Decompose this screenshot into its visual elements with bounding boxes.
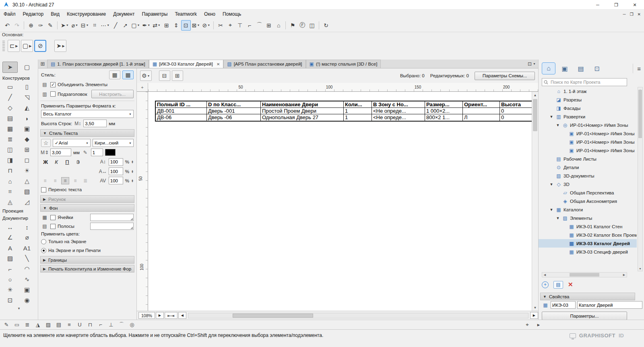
tree-item[interactable]: ▦ИКЭ-02 Каталог Всех Проем <box>539 231 637 239</box>
view-settings-icon[interactable]: ▤ <box>553 281 563 289</box>
selection-arrow-icon[interactable]: ➤▼ <box>60 20 70 31</box>
snap-guides-icon[interactable]: ◎ <box>127 321 137 329</box>
zoom-value-button[interactable]: 108% <box>138 312 155 319</box>
horizontal-ruler[interactable]: 50100150200 <box>148 83 538 92</box>
document-tab[interactable]: ▧[AP5 План расстановки дверей] <box>223 60 305 68</box>
tree-scroll-thumb[interactable] <box>638 90 642 138</box>
split-icon[interactable]: ✂ <box>216 20 225 31</box>
tracking-input[interactable] <box>109 177 123 184</box>
scroll-down-icon[interactable]: ▼ <box>638 266 642 271</box>
table-preview-icon[interactable]: ▦ <box>109 70 120 79</box>
tree-item[interactable]: ▱Общая Перспектива <box>539 188 637 197</box>
line-tool[interactable]: ╲ <box>19 253 35 264</box>
circle-tool[interactable]: ○ <box>2 274 18 285</box>
search-input[interactable] <box>550 79 625 85</box>
merge-elements-checkbox[interactable]: ✓ <box>50 82 56 87</box>
tree-item[interactable]: ▼▦Каталоги <box>539 205 637 214</box>
scroll-left-icon[interactable]: ◀ <box>178 312 186 319</box>
tree-horizontal-scrollbar[interactable]: ◀ ▶ <box>542 272 627 277</box>
tree-hscroll-thumb[interactable] <box>570 273 599 277</box>
table-layout-icon[interactable]: ▦ <box>122 70 134 79</box>
undo-icon[interactable]: ↶ <box>2 20 12 31</box>
menu-item[interactable]: Окно <box>200 10 219 19</box>
column-header[interactable]: D по Класс... <box>207 101 261 108</box>
fill-tool[interactable]: ▨ <box>2 253 18 264</box>
cells-color-field[interactable] <box>90 214 134 221</box>
column-tool[interactable]: ▯ <box>19 82 35 92</box>
background-section-header[interactable]: ▼ Фон <box>40 204 134 212</box>
scroll-left-icon[interactable]: ◀ <box>542 273 547 277</box>
dimension-tool[interactable]: ↔ <box>2 222 18 232</box>
row-height-input[interactable] <box>83 120 107 127</box>
pen-number-input[interactable] <box>91 149 103 156</box>
vertical-scroll-thumb[interactable] <box>533 99 537 131</box>
column-header[interactable]: Коли... <box>344 101 372 108</box>
grid-element-tool[interactable]: ⌗ <box>2 186 18 197</box>
stripes-checkbox[interactable] <box>50 224 56 229</box>
chevron-down-icon[interactable]: ▼ <box>549 115 554 119</box>
zone-tool[interactable]: ◇ <box>2 103 18 113</box>
tab-menu-caret-icon[interactable]: ▼ <box>533 62 536 65</box>
spinner-arrows-icon[interactable]: ▲▼ <box>131 179 134 182</box>
measure-icon[interactable]: ⌀▼ <box>70 20 80 31</box>
scroll-down-icon[interactable]: ▼ <box>532 304 538 311</box>
graphisoft-id-icon[interactable] <box>570 333 576 338</box>
tree-item[interactable]: ▧3D-документы <box>539 171 637 180</box>
merge-cells-icon[interactable]: ⊞ <box>172 70 183 81</box>
guide-segment-icon[interactable]: ➚ <box>120 20 130 31</box>
tree-item[interactable]: ◪Разрезы <box>539 95 637 104</box>
table-cell[interactable]: 0 <box>500 108 532 114</box>
delete-item-icon[interactable]: ✕ <box>568 281 573 288</box>
script-select[interactable]: Кири...ский ▼ <box>93 139 134 147</box>
tree-item[interactable]: ▣ИР-01<Номер> #Имя Зоны <box>539 146 637 155</box>
layers-icon[interactable]: ≣ <box>23 321 32 329</box>
configure-button[interactable]: Настроить... <box>91 90 134 98</box>
vertical-ruler[interactable]: 50100 <box>137 92 148 311</box>
project-map-tab[interactable]: ⌂ <box>542 62 555 74</box>
corner-icon[interactable]: ⌐ <box>245 20 254 31</box>
column-header[interactable]: Полный ID ... <box>156 101 207 108</box>
menu-item[interactable]: Teamwork <box>171 10 200 19</box>
explode-icon[interactable]: ⊞ <box>264 20 274 31</box>
subtitle-checkbox[interactable] <box>50 91 56 97</box>
truss-tool[interactable]: △ <box>19 176 35 186</box>
header-print-section-header[interactable]: ▶ Печать Колонтитула и Изменение Фор... <box>40 265 134 273</box>
skylight-tool[interactable]: ◨ <box>2 155 18 165</box>
level-dimension-tool[interactable]: ↕ <box>19 222 35 232</box>
table-cell[interactable]: Дверь -06 <box>207 114 261 121</box>
figure-tool[interactable]: ▣ <box>19 285 35 295</box>
tree-item[interactable]: ▼◎ИР-01<Номер> #Имя Зоны <box>539 121 637 129</box>
object-tool[interactable]: ▣ <box>19 124 35 134</box>
tree-item[interactable]: ▼◇3D <box>539 180 637 188</box>
tree-item[interactable]: ▼▨Элементы <box>539 214 637 222</box>
tab-cycle-icon[interactable]: ⊡ <box>528 61 532 67</box>
table-cell[interactable]: Простой Проем Двери <box>261 108 344 114</box>
dimension-style-icon[interactable]: ⌐ <box>96 321 105 329</box>
text-tool[interactable]: A <box>2 243 18 253</box>
drawing-section-header[interactable]: ▶ Рисунок <box>40 195 134 203</box>
arrow-tool-icon[interactable]: ➤▶ <box>54 40 66 52</box>
section-depth-icon[interactable]: ⌒ <box>117 321 126 329</box>
doc-close-button[interactable]: ✕ <box>638 12 641 17</box>
stair-tool[interactable]: ≣ <box>2 134 18 145</box>
stretch-icon[interactable]: ⇕ <box>171 20 181 31</box>
table-cell[interactable]: 1 000×2... <box>425 108 463 114</box>
bold-button[interactable]: Ж <box>41 158 50 166</box>
tab-close-icon[interactable]: ✕ <box>217 62 220 66</box>
camera-tool[interactable]: ◉ <box>19 295 35 306</box>
fill-type-icon[interactable]: ▨ <box>43 321 53 329</box>
menu-item[interactable]: Документ <box>109 10 138 19</box>
scroll-right-icon[interactable]: ▶ <box>621 273 627 277</box>
mesh-tool[interactable]: ◭ <box>19 103 35 113</box>
menu-item[interactable]: Помощь <box>219 10 245 19</box>
table-cell[interactable]: 1 <box>344 108 372 114</box>
chevron-down-icon[interactable]: ▼ <box>555 216 560 220</box>
ceiling-tool[interactable]: ◬ <box>2 197 18 207</box>
favorites-star-icon[interactable]: ☆ <box>41 139 51 147</box>
navigator-settings-button[interactable]: Параметры... <box>542 312 627 320</box>
schedule-canvas[interactable]: Полный ID ...D по Класс...Наименование Д… <box>148 92 532 311</box>
minimize-button[interactable]: ─ <box>588 0 607 10</box>
menu-item[interactable]: Конструирование <box>63 10 109 19</box>
text-style-section-header[interactable]: ▼ Стиль Текста <box>40 129 134 137</box>
sum-values-icon[interactable]: ⊟ <box>159 70 170 81</box>
